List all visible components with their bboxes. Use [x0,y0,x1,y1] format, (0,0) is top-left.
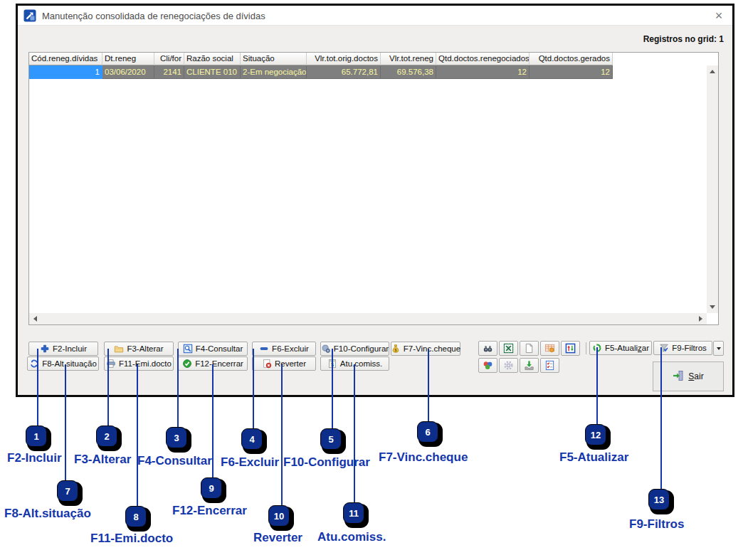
callout-bubble-13: 13 [648,489,670,510]
new-document-button[interactable] [520,341,539,356]
cell-vlr-orig[interactable]: 65.772,81 [307,65,381,79]
callout-bubble-6: 6 [417,421,438,443]
folder-edit-icon [114,344,124,354]
renegotiations-grid: Cód.reneg.dívidas Dt.reneg Cli/for Razão… [28,52,719,325]
binoculars-button[interactable] [478,341,497,356]
f4-consultar-button[interactable]: F4-Consultar [178,342,248,356]
scroll-left-icon[interactable] [33,316,37,322]
col-header-qtd-reneg[interactable]: Qtd.doctos.renegociados [436,53,530,65]
col-header-cod-reneg[interactable]: Cód.reneg.dívidas [29,53,102,65]
cell-cod-reneg[interactable]: 1 [29,65,102,79]
callout-line-13 [660,347,662,489]
callout-line-4 [253,349,254,428]
col-header-qtd-gerados[interactable]: Qtd.doctos.gerados [530,53,613,65]
filtros-dropdown-button[interactable] [713,341,724,356]
chevron-down-icon [717,347,721,350]
gear-button[interactable] [499,358,518,373]
excel-export-icon [503,343,514,354]
svg-text:$: $ [394,348,396,352]
checklist-icon [544,360,555,371]
callout-label-f9: F9-Filtros [629,517,684,532]
callout-bubble-1: 1 [26,426,47,447]
callout-bubble-5: 5 [320,428,342,450]
f2-incluir-button[interactable]: F2-Incluir [28,342,98,356]
f9-filtros-button[interactable]: F9-Filtros [653,341,712,355]
callout-label-f4: F4-Consultar [137,454,212,468]
callout-line-6 [428,349,429,421]
toolbar-separator [586,342,586,354]
callout-label-f5: F5-Atualizar [559,450,628,465]
f11-emi-docto-button[interactable]: F11-Emi.docto [104,356,174,371]
f7-vinc-cheque-button[interactable]: $ F7-Vinc.cheque [391,342,460,356]
callout-line-12 [596,347,598,424]
table-edit-icon [544,343,555,354]
close-icon[interactable]: × [710,7,728,24]
callout-bubble-10: 10 [268,505,290,527]
color-balls-icon [483,360,493,371]
callout-label-atu: Atu.comiss. [317,530,386,544]
col-header-vlr-reneg[interactable]: Vlr.tot.reneg [381,53,436,65]
scroll-down-icon[interactable] [710,305,715,309]
exit-icon [673,370,684,384]
callout-bubble-7: 7 [57,480,78,502]
callout-label-f8: F8-Alt.situação [4,507,91,521]
callout-line-1 [37,349,38,426]
binoculars-icon [483,343,493,354]
callout-line-5 [332,349,333,428]
f6-excluir-button[interactable]: F6-Excluir [252,342,316,356]
cell-qtd-reneg[interactable]: 12 [436,65,530,79]
scroll-up-icon[interactable] [710,70,715,73]
col-header-vlr-orig[interactable]: Vlr.tot.orig.doctos [307,53,381,65]
title-bar: Manutenção consolidada de renegociações … [18,6,732,26]
table-edit-button[interactable] [540,341,559,356]
money-bag-icon: $ [391,344,401,354]
import-icon [524,360,534,371]
horizontal-scrollbar[interactable] [29,313,707,324]
callout-bubble-4: 4 [241,428,263,450]
col-header-cli-for[interactable]: Cli/for [154,53,184,65]
cell-razao[interactable]: CLIENTE 010 [184,65,241,79]
callout-line-8 [137,364,138,506]
callout-bubble-2: 2 [96,426,117,447]
f5-atualizar-button[interactable]: F5-Atualizar [589,341,652,355]
callout-bubble-8: 8 [125,506,147,527]
column-order-button[interactable] [561,341,580,356]
scroll-right-icon[interactable] [699,316,702,322]
col-header-dt-reneg[interactable]: Dt.reneg [102,53,154,65]
callout-line-9 [212,364,214,477]
screenshot-stage: Manutenção consolidada de renegociações … [0,0,748,560]
reverter-button[interactable]: Reverter [252,356,316,371]
f10-configurar-button[interactable]: F10-Configurar [320,342,389,356]
callout-line-10 [281,364,283,505]
check-circle-icon [182,359,192,369]
revert-document-icon [262,359,272,369]
window-title: Manutenção consolidada de renegociações … [42,11,265,21]
callout-label-f10: F10-Configurar [283,455,370,470]
col-header-situacao[interactable]: Situação [241,53,307,65]
table-row[interactable]: 1 03/06/2020 2141 CLIENTE 010 2-Em negoc… [29,65,718,79]
col-header-razao[interactable]: Razão social [184,53,241,65]
checklist-button[interactable] [540,358,559,373]
cell-cli-for[interactable]: 2141 [154,65,184,79]
app-window: Manutenção consolidada de renegociações … [16,4,734,397]
callout-line-7 [65,364,66,480]
f3-alterar-button[interactable]: F3-Alterar [104,342,174,356]
vertical-scrollbar[interactable] [707,65,718,313]
callout-line-2 [107,349,109,426]
callout-bubble-9: 9 [201,477,222,499]
callout-label-f7: F7-Vinc.cheque [379,450,468,465]
color-balls-button[interactable] [478,358,497,373]
cell-qtd-gerados[interactable]: 12 [530,65,613,79]
gear-icon [503,360,514,371]
cell-situacao[interactable]: 2-Em negociação [241,65,307,79]
callout-label-f6: F6-Excluir [221,455,279,470]
minus-icon [259,344,269,354]
cell-dt-reneg[interactable]: 03/06/2020 [102,65,154,79]
search-icon [183,344,193,354]
cell-vlr-reneg[interactable]: 69.576,38 [381,65,436,79]
excel-export-button[interactable] [499,341,518,356]
grid-header-row: Cód.reneg.dívidas Dt.reneg Cli/for Razão… [29,53,718,65]
import-button[interactable] [520,358,539,373]
column-order-icon [565,343,576,354]
sair-button[interactable]: Sair [653,361,724,391]
